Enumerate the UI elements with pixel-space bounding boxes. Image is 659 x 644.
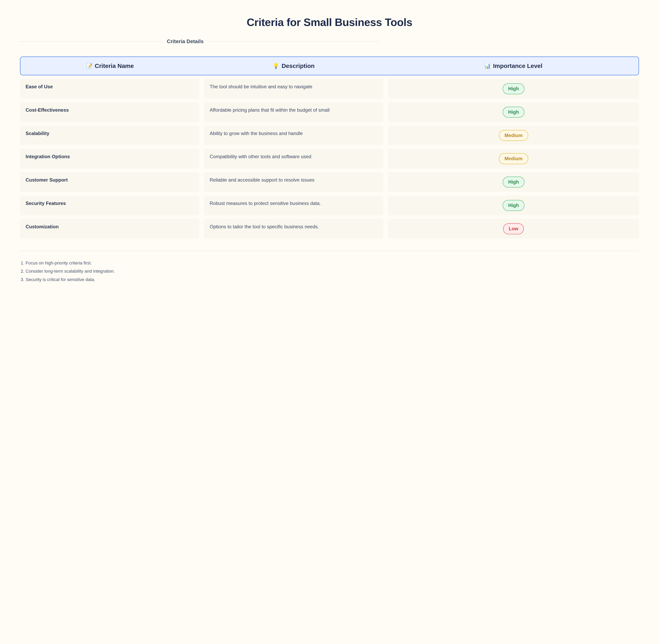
description-cell: Robust measures to protect sensitive bus… bbox=[204, 196, 383, 215]
criteria-name-cell: Scalability bbox=[20, 125, 199, 145]
divider-line bbox=[207, 41, 379, 42]
importance-badge: High bbox=[503, 200, 524, 211]
note-item: Focus on high-priority criteria first. bbox=[26, 259, 639, 267]
header-criteria-name: 📝 Criteria Name bbox=[20, 63, 199, 69]
header-label: Criteria Name bbox=[95, 63, 134, 69]
importance-cell: High bbox=[388, 102, 639, 122]
description-cell: Reliable and accessible support to resol… bbox=[204, 172, 383, 192]
description-cell: Compatibility with other tools and softw… bbox=[204, 149, 383, 168]
table-header-row: 📝 Criteria Name 💡 Description 📊 Importan… bbox=[20, 56, 639, 75]
importance-cell: High bbox=[388, 172, 639, 192]
page-title: Criteria for Small Business Tools bbox=[20, 16, 639, 28]
divider-line bbox=[20, 41, 163, 42]
importance-badge: Medium bbox=[499, 153, 528, 164]
criteria-table: 📝 Criteria Name 💡 Description 📊 Importan… bbox=[20, 56, 639, 239]
criteria-name-cell: Cost-Effectiveness bbox=[20, 102, 199, 122]
section-label-container: Criteria Details bbox=[20, 38, 379, 45]
section-label: Criteria Details bbox=[163, 38, 208, 45]
importance-cell: Medium bbox=[388, 125, 639, 145]
lightbulb-icon: 💡 bbox=[273, 63, 279, 69]
table-row: Customer SupportReliable and accessible … bbox=[20, 172, 639, 192]
memo-icon: 📝 bbox=[86, 63, 92, 69]
header-description: 💡 Description bbox=[204, 63, 383, 69]
table-row: Cost-EffectivenessAffordable pricing pla… bbox=[20, 102, 639, 122]
criteria-name-cell: Customer Support bbox=[20, 172, 199, 192]
description-cell: Affordable pricing plans that fit within… bbox=[204, 102, 383, 122]
importance-cell: High bbox=[388, 79, 639, 99]
barchart-icon: 📊 bbox=[484, 63, 491, 69]
importance-badge: Low bbox=[503, 223, 524, 234]
description-cell: Options to tailor the tool to specific b… bbox=[204, 219, 383, 239]
table-row: Integration OptionsCompatibility with ot… bbox=[20, 149, 639, 168]
importance-badge: High bbox=[503, 83, 524, 94]
criteria-name-cell: Integration Options bbox=[20, 149, 199, 168]
table-row: Security FeaturesRobust measures to prot… bbox=[20, 196, 639, 215]
table-row: Ease of UseThe tool should be intuitive … bbox=[20, 79, 639, 99]
table-row: ScalabilityAbility to grow with the busi… bbox=[20, 125, 639, 145]
criteria-name-cell: Security Features bbox=[20, 196, 199, 215]
horizontal-divider bbox=[20, 251, 639, 251]
header-label: Description bbox=[282, 63, 314, 69]
note-item: Consider long-term scalability and integ… bbox=[26, 267, 639, 275]
table-row: CustomizationOptions to tailor the tool … bbox=[20, 219, 639, 239]
criteria-name-cell: Ease of Use bbox=[20, 79, 199, 99]
importance-badge: Medium bbox=[499, 130, 528, 141]
description-cell: The tool should be intuitive and easy to… bbox=[204, 79, 383, 99]
header-importance: 📊 Importance Level bbox=[388, 63, 639, 69]
importance-cell: Medium bbox=[388, 149, 639, 168]
notes-list: Focus on high-priority criteria first.Co… bbox=[20, 259, 639, 284]
description-cell: Ability to grow with the business and ha… bbox=[204, 125, 383, 145]
note-item: Security is critical for sensitive data. bbox=[26, 275, 639, 284]
importance-badge: High bbox=[503, 177, 524, 188]
header-label: Importance Level bbox=[493, 63, 543, 69]
importance-cell: Low bbox=[388, 219, 639, 239]
criteria-name-cell: Customization bbox=[20, 219, 199, 239]
importance-cell: High bbox=[388, 196, 639, 215]
importance-badge: High bbox=[503, 107, 524, 118]
